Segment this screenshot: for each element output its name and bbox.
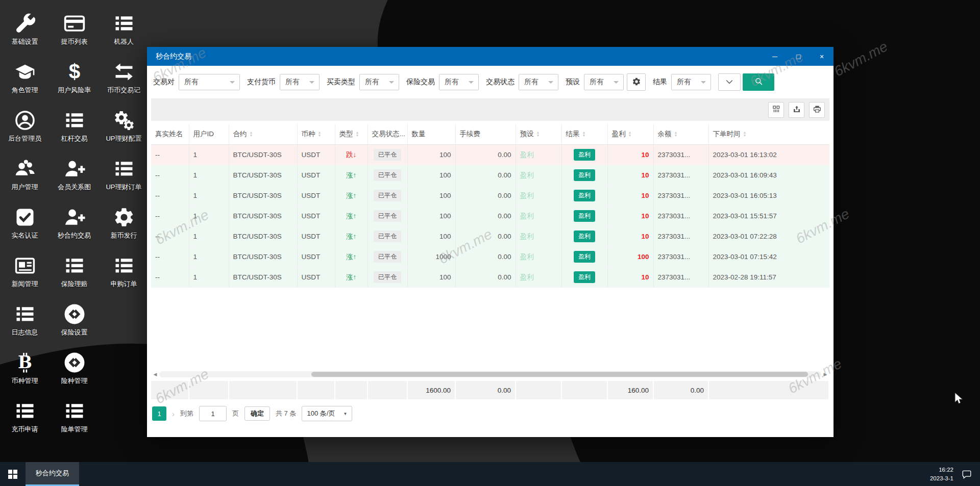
- scroll-right-arrow-icon[interactable]: ▶: [821, 371, 829, 378]
- column-header-status: 交易状态...: [368, 124, 407, 145]
- taskbar-clock[interactable]: 16:22 2023-3-1: [930, 466, 953, 482]
- preset-settings-button[interactable]: [627, 73, 646, 91]
- filter-select-insurance-trade[interactable]: 所有: [439, 74, 479, 90]
- caret-down-icon: ▼: [343, 412, 347, 416]
- column-header-coin[interactable]: 币种▲▼: [297, 124, 335, 145]
- minimize-button[interactable]: ─: [763, 47, 787, 66]
- desktop-icon[interactable]: 角色管理: [0, 54, 50, 102]
- bitcoin-icon: B: [14, 350, 36, 375]
- desktop-icon[interactable]: 保险设置: [50, 296, 99, 344]
- result-badge: 盈利: [574, 271, 595, 283]
- desktop-icon[interactable]: 申购订单: [99, 247, 149, 296]
- cell-result: 盈利: [561, 226, 607, 247]
- scrollbar-thumb[interactable]: [311, 372, 808, 377]
- user-circle-icon: [14, 108, 36, 133]
- scroll-left-arrow-icon[interactable]: ◀: [151, 371, 159, 378]
- desktop-icon[interactable]: 新闻管理: [0, 247, 50, 296]
- cell-result: 盈利: [561, 247, 607, 267]
- search-button[interactable]: [743, 73, 774, 91]
- sort-icon: ▲▼: [536, 131, 540, 137]
- desktop-icon[interactable]: 会员关系图: [50, 150, 99, 199]
- cell-uid: 1: [189, 267, 229, 288]
- columns-button[interactable]: [768, 102, 784, 118]
- chat-bubble-icon[interactable]: [962, 469, 972, 479]
- chevron-down-icon: [724, 76, 734, 88]
- search-icon: [754, 76, 764, 88]
- cell-status: 已平仓: [368, 186, 407, 206]
- desktop-icon[interactable]: 杠杆交易: [50, 102, 99, 150]
- desktop-icon[interactable]: 基础设置: [0, 5, 50, 54]
- maximize-button[interactable]: □: [787, 47, 810, 66]
- list-icon: [113, 157, 135, 181]
- desktop-icon[interactable]: 机器人: [99, 5, 149, 54]
- desktop-icon-label: 提币列表: [61, 37, 88, 46]
- cell-uid: 1: [189, 186, 229, 206]
- desktop-icon[interactable]: $ 用户风险率: [50, 54, 99, 102]
- desktop-icon[interactable]: 新币发行: [99, 199, 149, 247]
- cell-name: --: [151, 267, 189, 288]
- column-header-type[interactable]: 类型▲▼: [335, 124, 368, 145]
- desktop-icon[interactable]: B 币种管理: [0, 344, 50, 393]
- desktop-icon[interactable]: 用户管理: [0, 150, 50, 199]
- print-button[interactable]: [809, 102, 825, 118]
- collapse-filters-button[interactable]: [718, 73, 741, 91]
- desktop-icon[interactable]: UP理财订单: [99, 150, 149, 199]
- gears-icon: [113, 108, 135, 133]
- filter-label-pair: 交易对: [153, 78, 175, 87]
- cell-status: 已平仓: [368, 247, 407, 267]
- column-header-result[interactable]: 结果▲▼: [561, 124, 607, 145]
- page-1-button[interactable]: 1: [152, 406, 166, 421]
- column-header-name: 真实姓名: [151, 124, 189, 145]
- table-row: --1BTC/USDT-30SUSDT涨↑已平仓1000.00盈利盈利10237…: [151, 186, 829, 206]
- desktop-icon[interactable]: 保险理赔: [50, 247, 99, 296]
- column-header-preset[interactable]: 预设▲▼: [516, 124, 561, 145]
- cell-profit: 10: [607, 165, 653, 186]
- taskbar-app-item[interactable]: 秒合约交易: [26, 462, 79, 486]
- desktop-icon[interactable]: 秒合约交易: [50, 199, 99, 247]
- confirm-page-button[interactable]: 确定: [244, 406, 270, 421]
- start-button[interactable]: [0, 462, 26, 486]
- column-header-balance[interactable]: 余额▲▼: [653, 124, 708, 145]
- filter-select-trade-type[interactable]: 所有: [359, 74, 399, 90]
- sort-icon: ▲▼: [318, 131, 322, 137]
- desktop-icon-label: 会员关系图: [58, 183, 91, 192]
- windows-logo-icon: [8, 470, 17, 479]
- cell-contract: BTC/USDT-30S: [229, 206, 297, 226]
- cell-qty: 100: [407, 186, 455, 206]
- filter-select-trade-status[interactable]: 所有: [519, 74, 558, 90]
- desktop-icon[interactable]: 实名认证: [0, 199, 50, 247]
- column-header-time[interactable]: 下单时间▲▼: [708, 124, 829, 145]
- desktop-icon[interactable]: UP理财配置: [99, 102, 149, 150]
- filter-select-pair[interactable]: 所有: [179, 74, 240, 90]
- desktop-icon[interactable]: 险种管理: [50, 344, 99, 393]
- desktop-icon[interactable]: 提币列表: [50, 5, 99, 54]
- filter-select-result[interactable]: 所有: [671, 74, 711, 90]
- next-page-icon[interactable]: ›: [172, 410, 175, 418]
- cell-name: --: [151, 165, 189, 186]
- column-header-contract[interactable]: 合约▲▼: [229, 124, 297, 145]
- column-header-qty: 数量: [407, 124, 455, 145]
- result-badge: 盈利: [574, 251, 595, 263]
- desktop-icon-label: 机器人: [114, 37, 134, 46]
- column-header-profit[interactable]: 盈利▲▼: [607, 124, 653, 145]
- page-size-select[interactable]: 100 条/页 ▼: [302, 406, 352, 421]
- scrollbar-track[interactable]: [159, 371, 821, 377]
- desktop-icon[interactable]: 充币申请: [0, 393, 50, 441]
- desktop-icon[interactable]: 险单管理: [50, 393, 99, 441]
- cell-result: 盈利: [561, 165, 607, 186]
- desktop-icon[interactable]: 后台管理员: [0, 102, 50, 150]
- cell-name: --: [151, 247, 189, 267]
- filter-select-pay-currency[interactable]: 所有: [280, 74, 320, 90]
- page-number-input[interactable]: [199, 406, 227, 421]
- sort-icon: ▲▼: [628, 131, 632, 137]
- cell-fee: 0.00: [455, 145, 516, 165]
- export-button[interactable]: [789, 102, 804, 118]
- desktop-icon[interactable]: 币币交易记: [99, 54, 149, 102]
- result-badge: 盈利: [574, 190, 595, 201]
- desktop-icon-label: 申购订单: [111, 279, 137, 289]
- desktop-icon[interactable]: 日志信息: [0, 296, 50, 344]
- filter-select-preset[interactable]: 所有: [584, 74, 624, 90]
- close-button[interactable]: ×: [810, 47, 834, 66]
- list-icon: [63, 399, 86, 423]
- cell-contract: BTC/USDT-30S: [229, 145, 297, 165]
